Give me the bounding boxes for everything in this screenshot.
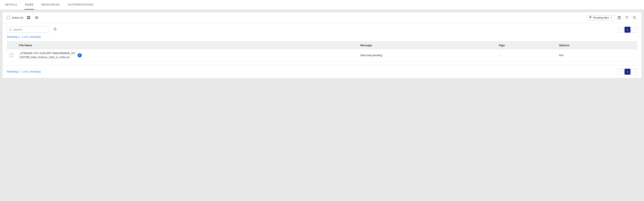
search-icon [9, 28, 12, 31]
select-all-label: Select All [12, 16, 23, 19]
row-options-cell: N/A [556, 49, 637, 62]
svg-rect-0 [27, 16, 28, 17]
svg-rect-4 [35, 17, 38, 17]
row-file-name-cell: _d736e464-737c-41b5-85f7-0b6e2f46dbd5_16… [16, 49, 358, 62]
pagination-top: ‹ 1 › [618, 27, 637, 33]
svg-line-15 [635, 18, 636, 19]
page-container: DETAILS FILES RESOURCES AUTHORIZATIONS S… [0, 0, 644, 201]
file-name-line2: 1197399_Data_Science_Jobs_in_India.csv [19, 55, 76, 59]
content-area: ‹ 1 › Showing 1 - 1 of 1 record(s) File … [2, 23, 642, 65]
col-header-file-name: File Name [16, 42, 358, 49]
page-1-button-top[interactable]: 1 [624, 27, 630, 33]
svg-rect-6 [35, 18, 38, 19]
search-row: ‹ 1 › [7, 27, 637, 33]
next-page-button-top[interactable]: › [631, 27, 637, 33]
trash-icon [617, 16, 621, 20]
tab-details[interactable]: DETAILS [4, 0, 18, 10]
info-icon-label: i [80, 54, 80, 57]
select-all-container[interactable]: Select All [7, 16, 23, 19]
bottom-area: Showing 1 - 1 of 1 record(s) ‹ 1 › [2, 65, 642, 78]
col-header-checkbox [7, 42, 16, 49]
svg-line-17 [11, 30, 12, 31]
pending-files-close-button[interactable]: × [610, 16, 612, 19]
tab-resources[interactable]: RESOURCES [40, 0, 60, 10]
svg-rect-7 [618, 17, 620, 19]
toolbar-left: Select All [7, 15, 39, 20]
list-icon [35, 16, 38, 19]
table-header-row: File Name Message Tags Options [7, 42, 637, 49]
filter-options-button[interactable] [624, 15, 630, 20]
showing-label-top: Showing 1 - 1 of 1 record(s) [7, 35, 637, 38]
toolbar: Select All [2, 12, 642, 23]
svg-rect-3 [29, 18, 30, 19]
col-header-message: Message [358, 42, 496, 49]
file-info-icon[interactable]: i [78, 53, 82, 58]
svg-rect-5 [35, 17, 38, 18]
showing-label-bottom: Showing 1 - 1 of 1 record(s) [7, 70, 41, 73]
pending-files-filter: Pending files × [587, 15, 614, 20]
svg-point-14 [633, 16, 635, 19]
next-page-button-bottom[interactable]: › [631, 69, 637, 75]
tab-files[interactable]: FILES [24, 0, 34, 10]
select-all-checkbox[interactable] [7, 16, 10, 19]
row-tags: - [499, 54, 500, 57]
col-header-tags: Tags [496, 42, 556, 49]
search-top-icon [632, 16, 636, 20]
refresh-button[interactable] [52, 27, 58, 33]
row-checkbox-cell [7, 49, 16, 62]
filter-lines-icon [625, 16, 629, 20]
refresh-icon [54, 28, 57, 31]
toolbar-right: Pending files × [587, 15, 637, 20]
row-message-cell: data load pending [358, 49, 496, 62]
filter-icon [589, 16, 592, 19]
svg-point-16 [10, 29, 11, 30]
search-top-button[interactable] [632, 15, 637, 20]
search-input-wrapper [7, 27, 49, 33]
tabs-bar: DETAILS FILES RESOURCES AUTHORIZATIONS [0, 0, 644, 10]
pending-files-label: Pending files [593, 16, 609, 19]
table-row: _d736e464-737c-41b5-85f7-0b6e2f46dbd5_16… [7, 49, 637, 62]
list-view-button[interactable] [34, 15, 39, 20]
page-1-button-bottom[interactable]: 1 [624, 69, 630, 75]
grid-icon [27, 16, 30, 19]
pagination-bottom: ‹ 1 › [618, 69, 637, 75]
svg-marker-18 [55, 28, 56, 29]
prev-page-button-top[interactable]: ‹ [618, 27, 624, 33]
row-checkbox[interactable] [10, 54, 13, 57]
col-header-options: Options [556, 42, 637, 49]
prev-page-button-bottom[interactable]: ‹ [618, 69, 624, 75]
svg-rect-2 [27, 18, 28, 19]
row-options: N/A [559, 54, 564, 57]
row-tags-cell: - [496, 49, 556, 62]
grid-view-button[interactable] [26, 15, 31, 20]
search-input[interactable] [13, 28, 47, 31]
file-table: File Name Message Tags Options _d736e464… [7, 41, 637, 62]
svg-rect-1 [29, 16, 30, 17]
tab-authorizations[interactable]: AUTHORIZATIONS [67, 0, 94, 10]
row-message: data load pending [360, 54, 382, 57]
delete-button[interactable] [616, 15, 622, 20]
file-name-line1: _d736e464-737c-41b5-85f7-0b6e2f46dbd5_16… [19, 51, 76, 55]
